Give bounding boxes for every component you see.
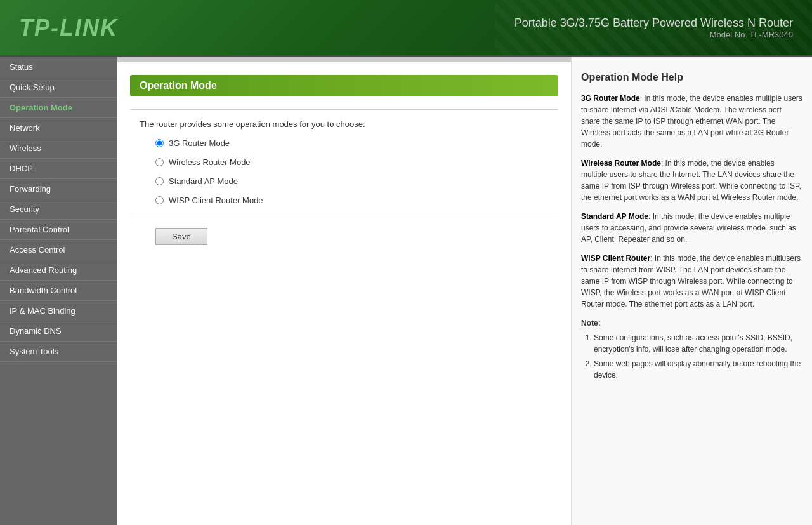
radio-option-wisp-client: WISP Client Router Mode bbox=[155, 196, 549, 205]
sidebar-item-security[interactable]: Security bbox=[0, 199, 117, 220]
sidebar-item-quick-setup[interactable]: Quick Setup bbox=[0, 77, 117, 98]
note-label: Note: bbox=[581, 319, 601, 328]
help-mode-name: Standard AP Mode bbox=[581, 212, 648, 221]
sidebar-item-system-tools[interactable]: System Tools bbox=[0, 342, 117, 362]
radio-wisp-client[interactable] bbox=[155, 196, 164, 204]
header-info: Portable 3G/3.75G Battery Powered Wirele… bbox=[514, 17, 793, 39]
radio-option-wireless-router: Wireless Router Mode bbox=[155, 157, 549, 167]
help-panel: Operation Mode Help 3G Router Mode: In t… bbox=[571, 57, 812, 525]
content-wrapper: Operation Mode The router provides some … bbox=[117, 57, 812, 525]
radio-option-standard-ap: Standard AP Mode bbox=[155, 176, 549, 186]
top-bar bbox=[117, 57, 571, 62]
help-mode-name: Wireless Router Mode bbox=[581, 159, 661, 168]
layout: StatusQuick SetupOperation ModeNetworkWi… bbox=[0, 57, 812, 525]
header: TP-LINK Portable 3G/3.75G Battery Powere… bbox=[0, 0, 812, 57]
help-section: Standard AP Mode: In this mode, the devi… bbox=[581, 211, 802, 245]
sidebar-nav: StatusQuick SetupOperation ModeNetworkWi… bbox=[0, 57, 117, 362]
radio-label-wireless-router[interactable]: Wireless Router Mode bbox=[169, 157, 251, 167]
help-mode-name: 3G Router Mode bbox=[581, 94, 640, 103]
sidebar-item-operation-mode[interactable]: Operation Mode bbox=[0, 98, 117, 118]
radio-label-standard-ap[interactable]: Standard AP Mode bbox=[169, 176, 238, 186]
sidebar-item-network[interactable]: Network bbox=[0, 118, 117, 138]
intro-text: The router provides some operation modes… bbox=[140, 119, 549, 129]
divider-bottom bbox=[130, 218, 558, 218]
sidebar-item-ip-mac-binding[interactable]: IP & MAC Binding bbox=[0, 301, 117, 321]
divider-top bbox=[130, 109, 558, 110]
sidebar-item-bandwidth-control[interactable]: Bandwidth Control bbox=[0, 281, 117, 301]
sidebar-item-dynamic-dns[interactable]: Dynamic DNS bbox=[0, 321, 117, 342]
logo: TP-LINK bbox=[19, 15, 118, 41]
help-section: 3G Router Mode: In this mode, the device… bbox=[581, 93, 802, 150]
sidebar-item-forwarding[interactable]: Forwarding bbox=[0, 179, 117, 199]
sidebar-item-advanced-routing[interactable]: Advanced Routing bbox=[0, 260, 117, 281]
help-mode-name: WISP Client Router bbox=[581, 254, 650, 263]
help-notes-list: Some configurations, such as access poin… bbox=[594, 332, 802, 381]
logo-text: TP-LINK bbox=[19, 15, 118, 41]
mode-radio-group: 3G Router ModeWireless Router ModeStanda… bbox=[155, 138, 549, 205]
sidebar-item-parental-control[interactable]: Parental Control bbox=[0, 220, 117, 240]
radio-label-wisp-client[interactable]: WISP Client Router Mode bbox=[169, 196, 263, 205]
help-sections: 3G Router Mode: In this mode, the device… bbox=[581, 93, 802, 310]
sidebar-item-dhcp[interactable]: DHCP bbox=[0, 159, 117, 179]
page-title: Operation Mode bbox=[130, 75, 558, 96]
help-section: WISP Client Router: In this mode, the de… bbox=[581, 253, 802, 310]
sidebar: StatusQuick SetupOperation ModeNetworkWi… bbox=[0, 57, 117, 525]
sidebar-item-status[interactable]: Status bbox=[0, 57, 117, 77]
sidebar-item-wireless[interactable]: Wireless bbox=[0, 138, 117, 159]
help-note-item: Some web pages will display abnormally b… bbox=[594, 358, 802, 381]
content-area: Operation Mode The router provides some … bbox=[117, 62, 571, 525]
radio-3g-router[interactable] bbox=[155, 139, 164, 147]
model-number: Model No. TL-MR3040 bbox=[514, 30, 793, 39]
radio-wireless-router[interactable] bbox=[155, 158, 164, 166]
radio-standard-ap[interactable] bbox=[155, 177, 164, 185]
help-note: Note: Some configurations, such as acces… bbox=[581, 317, 802, 381]
product-name: Portable 3G/3.75G Battery Powered Wirele… bbox=[514, 17, 793, 30]
radio-option-3g-router: 3G Router Mode bbox=[155, 138, 549, 148]
main-content: Operation Mode The router provides some … bbox=[117, 57, 571, 525]
help-note-item: Some configurations, such as access poin… bbox=[594, 332, 802, 355]
help-section: Wireless Router Mode: In this mode, the … bbox=[581, 157, 802, 203]
sidebar-item-access-control[interactable]: Access Control bbox=[0, 240, 117, 260]
save-button[interactable]: Save bbox=[155, 228, 207, 245]
radio-label-3g-router[interactable]: 3G Router Mode bbox=[169, 138, 230, 148]
help-title: Operation Mode Help bbox=[581, 70, 802, 85]
